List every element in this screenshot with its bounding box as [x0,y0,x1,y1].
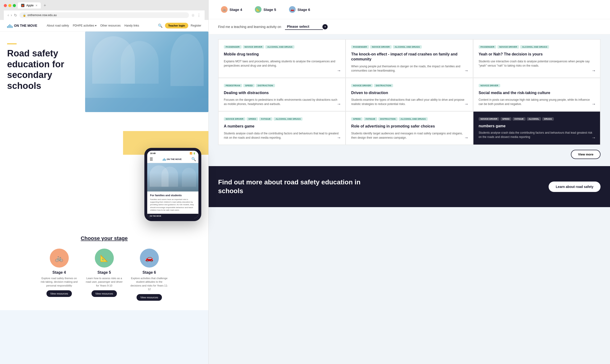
minimize-button[interactable] [8,4,11,7]
close-button[interactable] [4,4,7,7]
hero-students-bg [85,31,208,112]
card-7-tags: NOVICE DRIVER SPEED FATIGUE ALCOHOL AND … [224,117,340,121]
bottom-cta-text: Find out more about road safety educatio… [218,178,384,195]
filter-label: Find me a teaching and learning activity… [218,25,281,29]
browser-titlebar: 🍎 Apple × + [4,2,205,9]
stage-4-resources-button[interactable]: View resources [46,290,72,297]
more-icon[interactable]: ⋮ [197,13,201,17]
activity-card-8[interactable]: SPEED FATIGUE DISTRACTION ALCOHOL AND DR… [346,111,473,145]
card-7-tag-2: SPEED [247,117,258,121]
stage-4-desc: Explore road safety themes on risk takin… [40,276,78,287]
register-button[interactable]: Register [191,24,201,27]
card-7-tag-1: NOVICE DRIVER [224,117,245,121]
search-icon[interactable]: 🔍 [158,24,163,28]
phone-time: 10:49 [150,152,156,155]
phone-hero-image [147,163,199,192]
card-4-tags: PEDESTRIAN SPEED DISTRACTION [224,84,340,87]
nav-other[interactable]: Other resources [100,24,121,27]
website-content: ON THE MOVE About road safety PDHPE acti… [0,20,208,310]
card-6-tag-1: NOVICE DRIVER [479,84,500,87]
activity-card-numbers-game[interactable]: NOvIce DRIVER SPEED Fatigue ALCOHOL drug… [473,111,600,145]
numbers-tag-5: drugs [542,117,554,121]
stage-tab-4[interactable]: 🚲 Stage 4 [218,5,245,14]
activity-card-4[interactable]: PEDESTRIAN SPEED DISTRACTION Dealing wit… [218,78,345,111]
filter-bar: Find me a teaching and learning activity… [209,19,610,34]
card-2-tag-1: PASSENGER [351,45,369,49]
activity-card-1[interactable]: PASSENGER NOVICE DRIVER ALCOHOL AND DRUG… [218,39,345,78]
phone-menu-icon[interactable]: ☰ [150,157,153,161]
filter-select[interactable]: Please select [285,24,323,30]
card-6-tags: NOVICE DRIVER [479,84,595,87]
card-3-tag-3: ALCOHOL AND DRUGS [520,45,549,49]
teacher-login-button[interactable]: Teacher login [165,23,188,28]
card-4-desc: Focuses on the dangers to pedestrians in… [224,98,340,106]
card-4-tag-2: SPEED [243,84,255,87]
phone-person-2 [161,167,178,187]
card-8-tag-3: DISTRACTION [378,117,398,121]
address-bar[interactable]: 🔒 onthemove.nsw.edu.au [19,12,189,18]
activity-card-3[interactable]: PASSENGER NOVICE DRIVER ALCOHOL AND DRUG… [473,39,600,78]
stage-5-icon: 📐 [95,248,114,268]
activity-card-6[interactable]: NOVICE DRIVER Social media and the risk-… [473,78,600,111]
stage-5-resources-button[interactable]: View resources [92,290,117,297]
nav-about[interactable]: About road safety [47,24,69,27]
stage-tab-5[interactable]: 📐 Stage 5 [252,5,279,14]
browser-addressbar: ‹ › ↻ 🔒 onthemove.nsw.edu.au ☆ ⋮ [4,11,205,20]
numbers-tag-1: NOvIce DRIVER [479,117,499,121]
activity-card-2[interactable]: PASSENGER NOVICE DRIVER ALCOHOL AND DRUG… [346,39,473,78]
nav-pdhpe[interactable]: PDHPE activities ▾ [73,24,96,27]
activity-card-7[interactable]: NOVICE DRIVER SPEED FATIGUE ALCOHOL AND … [218,111,345,145]
phone-nav: ☰ ON THE MOVE 🔍 [147,156,199,163]
card-8-arrow: → [464,135,468,140]
card-7-tag-3: FATIGUE [259,117,272,121]
numbers-tag-3: Fatigue [513,117,525,121]
site-logo[interactable]: ON THE MOVE [7,23,37,28]
fullscreen-button[interactable] [13,4,16,7]
tab-title: Apple [26,4,34,7]
stage-6-resources-button[interactable]: View resources [137,294,162,301]
card-1-tags: PASSENGER NOVICE DRIVER ALCOHOL AND DRUG… [224,45,340,49]
stage-tab-6[interactable]: 🚗 Stage 6 [286,5,313,14]
numbers-game-title: numbers game [479,124,595,128]
stage-tab-4-label: Stage 4 [229,8,242,12]
stage-tab-6-icon: 🚗 [289,6,296,13]
browser-panel: 🍎 Apple × + ‹ › ↻ 🔒 onthemove.nsw.edu.au… [0,0,209,364]
view-more-button[interactable]: View more [571,150,600,159]
card-5-desc: Students examine the types of distractio… [351,98,467,106]
stage-4-name: Stage 4 [40,270,78,275]
numbers-tag-4: ALCOHOL [527,117,541,121]
card-3-desc: Students use interactive crash data to a… [479,59,595,68]
card-5-tags: NOVICE DRIVER DISTRACTION [351,84,467,87]
stage-5-name: Stage 5 [85,270,123,275]
nav-handy[interactable]: Handy links [124,24,139,27]
phone-footer-logo: ON THE MOVE [150,215,161,217]
stage-tab-4-icon: 🚲 [221,6,228,13]
logo-text: ON THE MOVE [14,24,37,27]
back-button[interactable]: ‹ [8,13,9,17]
bookmark-icon[interactable]: ☆ [191,13,195,17]
browser-tab[interactable]: 🍎 Apple × [18,2,41,9]
forward-button[interactable]: › [11,13,12,17]
learn-about-road-safety-button[interactable]: Learn about road safety [549,182,600,192]
card-1-desc: Explains MOT laws and procedures, allowi… [224,59,340,68]
card-6-arrow: → [592,102,596,107]
card-7-arrow: → [337,135,341,140]
phone-search-icon[interactable]: 🔍 [191,157,196,161]
stage-card-6[interactable]: 🚗 Stage 6 Explore activities that challe… [130,248,168,301]
bottom-cta-section: Find out more about road safety educatio… [209,166,610,207]
card-1-tag-3: ALCOHOL AND DRUGS [265,45,294,49]
stage-tab-5-icon: 📐 [255,6,262,13]
card-5-arrow: → [464,102,468,107]
stage-card-5[interactable]: 📐 Stage 5 Learn how to assess risks as a… [85,248,123,301]
new-tab-button[interactable]: + [44,3,46,8]
card-6-desc: Content in posts can encourage high risk… [479,98,595,106]
site-nav: ON THE MOVE About road safety PDHPE acti… [0,20,208,31]
tab-close-button[interactable]: × [36,3,38,7]
browser-nav-buttons: ‹ › ↻ [8,13,17,17]
card-8-desc: Students identify target audiences and m… [351,131,467,140]
card-1-tag-2: NOVICE DRIVER [243,45,264,49]
student-shape-2 [121,41,159,84]
stage-card-4[interactable]: 🚲 Stage 4 Explore road safety themes on … [40,248,78,301]
activity-card-5[interactable]: NOVICE DRIVER DISTRACTION Driven to dist… [346,78,473,111]
reload-button[interactable]: ↻ [14,13,17,17]
